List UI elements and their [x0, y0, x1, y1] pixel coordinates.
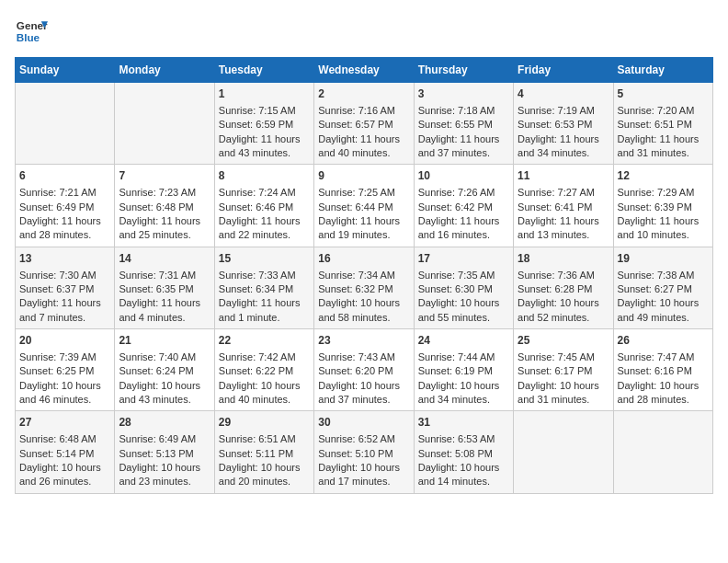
sunset-text: Sunset: 5:13 PM: [119, 447, 210, 461]
calendar-cell: [514, 411, 613, 493]
calendar-cell: 21Sunrise: 7:40 AMSunset: 6:24 PMDayligh…: [115, 329, 214, 411]
weekday-header-sunday: Sunday: [16, 58, 115, 83]
sunrise-text: Sunrise: 7:21 AM: [19, 186, 110, 200]
day-number: 8: [219, 168, 310, 184]
day-number: 28: [119, 415, 210, 431]
daylight-text: Daylight: 11 hours and 7 minutes.: [19, 296, 110, 325]
calendar-table: SundayMondayTuesdayWednesdayThursdayFrid…: [15, 57, 713, 494]
weekday-header-tuesday: Tuesday: [214, 58, 313, 83]
calendar-cell: 22Sunrise: 7:42 AMSunset: 6:22 PMDayligh…: [214, 329, 313, 411]
calendar-week-3: 13Sunrise: 7:30 AMSunset: 6:37 PMDayligh…: [16, 247, 713, 328]
daylight-text: Daylight: 11 hours and 43 minutes.: [219, 132, 310, 161]
day-number: 31: [418, 415, 509, 431]
sunset-text: Sunset: 6:39 PM: [618, 201, 709, 214]
daylight-text: Daylight: 10 hours and 55 minutes.: [418, 296, 509, 325]
sunset-text: Sunset: 6:37 PM: [19, 282, 110, 296]
day-number: 18: [518, 251, 609, 267]
daylight-text: Daylight: 11 hours and 31 minutes.: [618, 132, 709, 161]
day-number: 14: [119, 251, 210, 267]
sunrise-text: Sunrise: 7:26 AM: [418, 186, 509, 200]
sunrise-text: Sunrise: 7:40 AM: [119, 350, 210, 364]
sunset-text: Sunset: 6:53 PM: [518, 118, 609, 132]
calendar-cell: [16, 83, 115, 165]
calendar-cell: 29Sunrise: 6:51 AMSunset: 5:11 PMDayligh…: [214, 411, 313, 493]
daylight-text: Daylight: 10 hours and 34 minutes.: [418, 379, 509, 408]
sunrise-text: Sunrise: 7:16 AM: [318, 104, 409, 118]
calendar-cell: [115, 83, 214, 165]
day-number: 1: [219, 86, 310, 102]
svg-text:Blue: Blue: [17, 31, 40, 43]
calendar-cell: 28Sunrise: 6:49 AMSunset: 5:13 PMDayligh…: [115, 411, 214, 493]
calendar-cell: 1Sunrise: 7:15 AMSunset: 6:59 PMDaylight…: [214, 83, 313, 165]
sunset-text: Sunset: 6:49 PM: [19, 201, 110, 214]
daylight-text: Daylight: 11 hours and 19 minutes.: [318, 214, 409, 243]
calendar-cell: 16Sunrise: 7:34 AMSunset: 6:32 PMDayligh…: [314, 247, 414, 328]
sunset-text: Sunset: 6:44 PM: [318, 201, 409, 214]
daylight-text: Daylight: 10 hours and 37 minutes.: [318, 379, 409, 408]
sunset-text: Sunset: 6:30 PM: [418, 282, 509, 296]
calendar-cell: 8Sunrise: 7:24 AMSunset: 6:46 PMDaylight…: [214, 165, 313, 247]
sunset-text: Sunset: 6:22 PM: [219, 364, 310, 378]
daylight-text: Daylight: 10 hours and 46 minutes.: [19, 379, 110, 408]
calendar-cell: 5Sunrise: 7:20 AMSunset: 6:51 PMDaylight…: [613, 83, 712, 165]
calendar-cell: 2Sunrise: 7:16 AMSunset: 6:57 PMDaylight…: [314, 83, 414, 165]
daylight-text: Daylight: 11 hours and 28 minutes.: [19, 214, 110, 243]
page-header: General Blue: [15, 15, 713, 48]
sunrise-text: Sunrise: 7:42 AM: [219, 350, 310, 364]
sunrise-text: Sunrise: 7:15 AM: [219, 104, 310, 118]
weekday-header-wednesday: Wednesday: [314, 58, 414, 83]
daylight-text: Daylight: 11 hours and 22 minutes.: [219, 214, 310, 243]
day-number: 2: [318, 86, 409, 102]
daylight-text: Daylight: 11 hours and 40 minutes.: [318, 132, 409, 161]
calendar-week-1: 1Sunrise: 7:15 AMSunset: 6:59 PMDaylight…: [16, 83, 713, 165]
sunset-text: Sunset: 6:59 PM: [219, 118, 310, 132]
sunset-text: Sunset: 6:46 PM: [219, 201, 310, 214]
sunset-text: Sunset: 6:20 PM: [318, 364, 409, 378]
sunset-text: Sunset: 6:51 PM: [618, 118, 709, 132]
calendar-week-4: 20Sunrise: 7:39 AMSunset: 6:25 PMDayligh…: [16, 329, 713, 411]
sunset-text: Sunset: 6:34 PM: [219, 282, 310, 296]
day-number: 19: [618, 251, 709, 267]
svg-text:General: General: [17, 19, 48, 31]
sunset-text: Sunset: 6:42 PM: [418, 201, 509, 214]
weekday-header-thursday: Thursday: [414, 58, 513, 83]
sunset-text: Sunset: 6:27 PM: [618, 282, 709, 296]
weekday-header-monday: Monday: [115, 58, 214, 83]
daylight-text: Daylight: 10 hours and 40 minutes.: [219, 379, 310, 408]
day-number: 22: [219, 333, 310, 349]
calendar-cell: 25Sunrise: 7:45 AMSunset: 6:17 PMDayligh…: [514, 329, 613, 411]
calendar-cell: 17Sunrise: 7:35 AMSunset: 6:30 PMDayligh…: [414, 247, 513, 328]
sunrise-text: Sunrise: 7:34 AM: [318, 269, 409, 282]
day-number: 16: [318, 251, 409, 267]
daylight-text: Daylight: 11 hours and 1 minute.: [219, 296, 310, 325]
sunrise-text: Sunrise: 7:27 AM: [518, 186, 609, 200]
weekday-header-row: SundayMondayTuesdayWednesdayThursdayFrid…: [16, 58, 713, 83]
calendar-cell: 23Sunrise: 7:43 AMSunset: 6:20 PMDayligh…: [314, 329, 414, 411]
day-number: 21: [119, 333, 210, 349]
daylight-text: Daylight: 11 hours and 37 minutes.: [418, 132, 509, 161]
calendar-cell: 19Sunrise: 7:38 AMSunset: 6:27 PMDayligh…: [613, 247, 712, 328]
day-number: 27: [19, 415, 110, 431]
daylight-text: Daylight: 11 hours and 25 minutes.: [119, 214, 210, 243]
calendar-cell: 18Sunrise: 7:36 AMSunset: 6:28 PMDayligh…: [514, 247, 613, 328]
logo: General Blue: [15, 15, 48, 48]
sunrise-text: Sunrise: 7:33 AM: [219, 269, 310, 282]
day-number: 30: [318, 415, 409, 431]
day-number: 24: [418, 333, 509, 349]
daylight-text: Daylight: 10 hours and 14 minutes.: [418, 461, 509, 489]
weekday-header-friday: Friday: [514, 58, 613, 83]
day-number: 5: [618, 86, 709, 102]
calendar-cell: 11Sunrise: 7:27 AMSunset: 6:41 PMDayligh…: [514, 165, 613, 247]
sunrise-text: Sunrise: 6:51 AM: [219, 432, 310, 446]
sunrise-text: Sunrise: 7:38 AM: [618, 269, 709, 282]
calendar-cell: 24Sunrise: 7:44 AMSunset: 6:19 PMDayligh…: [414, 329, 513, 411]
calendar-cell: 14Sunrise: 7:31 AMSunset: 6:35 PMDayligh…: [115, 247, 214, 328]
day-number: 7: [119, 168, 210, 184]
daylight-text: Daylight: 11 hours and 34 minutes.: [518, 132, 609, 161]
sunrise-text: Sunrise: 7:30 AM: [19, 269, 110, 282]
daylight-text: Daylight: 10 hours and 17 minutes.: [318, 461, 409, 489]
calendar-cell: 10Sunrise: 7:26 AMSunset: 6:42 PMDayligh…: [414, 165, 513, 247]
sunset-text: Sunset: 6:19 PM: [418, 364, 509, 378]
daylight-text: Daylight: 10 hours and 52 minutes.: [518, 296, 609, 325]
sunrise-text: Sunrise: 7:29 AM: [618, 186, 709, 200]
